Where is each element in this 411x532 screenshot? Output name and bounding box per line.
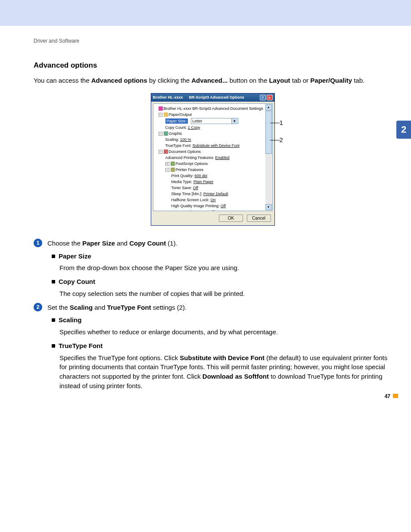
tree-root: Brother HL-xxxx BR-Script3 Advanced Docu… (154, 106, 271, 112)
cancel-button[interactable]: Cancel (247, 215, 271, 222)
step-1-badge: 1 (34, 239, 42, 247)
sub-copy-count: Copy Count (52, 277, 392, 286)
tree-sleep-time[interactable]: Sleep Time [Min.]: Printer Default (154, 191, 271, 197)
sub-scaling: Scaling (52, 315, 392, 325)
tree-paper-output[interactable]: −Paper/Output (154, 112, 271, 118)
header-band (0, 0, 411, 26)
sub-paper-size: Paper Size (52, 252, 392, 261)
scroll-down-icon[interactable]: ▾ (265, 204, 272, 210)
dialog-screenshot: Brother HL-xxxx BR-Script3 Advanced Opti… (34, 93, 392, 226)
paper-size-label: Paper Size: (165, 118, 188, 124)
bullet-icon (52, 255, 55, 258)
callout-2: 2 (280, 136, 283, 143)
scroll-thumb[interactable] (265, 111, 272, 154)
help-button[interactable]: ? (260, 95, 266, 100)
bullet-icon (52, 280, 55, 283)
title-right: BR-Script3 Advanced Options (189, 95, 244, 100)
tree-improve-output[interactable]: Improve Print Output: Off (154, 209, 271, 211)
ps-icon (171, 162, 175, 166)
callout-1: 1 (280, 119, 283, 126)
collapse-icon[interactable]: − (159, 150, 162, 154)
expand-icon[interactable]: + (165, 162, 169, 166)
tree-toner-save[interactable]: Toner Save: Off (154, 185, 271, 191)
printer-icon (159, 106, 163, 111)
tree-media-type[interactable]: Media Type: Plain Paper (154, 179, 271, 185)
tree-paper-size[interactable]: Paper Size: Letter (154, 118, 271, 124)
bullet-icon (52, 318, 55, 322)
sub-paper-size-text: From the drop-down box choose the Paper … (59, 263, 392, 273)
tree-scrollbar[interactable]: ▴ ▾ (265, 104, 272, 210)
bullet-icon (52, 344, 55, 348)
page-number: 47 (385, 393, 398, 399)
collapse-icon[interactable]: − (165, 168, 169, 172)
section-title: Advanced options (34, 61, 392, 70)
doc-icon (164, 149, 168, 154)
tree-doc-options[interactable]: −Document Options (154, 149, 271, 155)
collapse-icon[interactable]: − (159, 132, 162, 136)
collapse-icon[interactable]: − (159, 113, 162, 117)
close-button[interactable]: × (267, 95, 273, 100)
page-accent-icon (393, 394, 398, 398)
step-1: 1 Choose the Paper Size and Copy Count (… (34, 239, 392, 248)
sub-copy-count-text: The copy selection sets the number of co… (59, 289, 392, 299)
tree-truetype[interactable]: TrueType Font: Substitute with Device Fo… (154, 143, 271, 149)
options-tree[interactable]: Brother HL-xxxx BR-Script3 Advanced Docu… (153, 103, 273, 211)
intro-paragraph: You can access the Advanced options by c… (34, 76, 392, 85)
ok-button[interactable]: OK (219, 215, 243, 222)
dialog-titlebar: Brother HL-xxxx BR-Script3 Advanced Opti… (151, 93, 274, 102)
tree-printer-features[interactable]: −Printer Features (154, 167, 271, 173)
sub-truetype: TrueType Font (52, 341, 392, 351)
chapter-tab: 2 (396, 121, 411, 139)
tree-graphic[interactable]: −Graphic (154, 131, 271, 137)
tree-print-quality[interactable]: Print Quality: 600 dpi (154, 173, 271, 179)
breadcrumb: Driver and Software (34, 38, 392, 44)
tree-adv-printing[interactable]: Advanced Printing Features: Enabled (154, 155, 271, 161)
tree-hq-image[interactable]: High Quality Image Printing: Off (154, 203, 271, 209)
sub-scaling-text: Specifies whether to reduce or enlarge d… (59, 327, 392, 337)
paper-size-dropdown[interactable]: Letter (191, 118, 238, 124)
tree-postscript[interactable]: +PostScript Options (154, 161, 271, 167)
scroll-up-icon[interactable]: ▴ (265, 104, 272, 110)
step-2-badge: 2 (34, 303, 42, 311)
tree-halftone[interactable]: Halftone Screen Lock: On (154, 197, 271, 203)
graphic-icon (164, 131, 168, 136)
tree-scaling[interactable]: Scaling: 100 % (154, 137, 271, 143)
step-2: 2 Set the Scaling and TrueType Font sett… (34, 303, 392, 312)
paper-icon (164, 112, 168, 117)
advanced-options-dialog: Brother HL-xxxx BR-Script3 Advanced Opti… (151, 93, 275, 226)
sub-truetype-text: Specifies the TrueType font options. Cli… (59, 353, 392, 391)
title-left: Brother HL-xxxx (153, 95, 183, 100)
tree-copy-count[interactable]: Copy Count: 1 Copy (154, 124, 271, 131)
features-icon (171, 168, 175, 172)
